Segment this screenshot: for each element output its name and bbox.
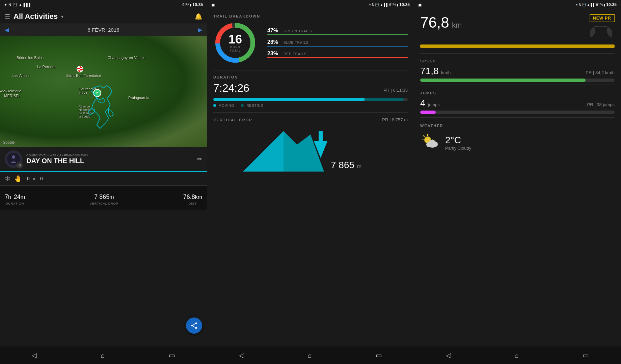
stats-row: ❄ 🤚 0 ▪ 0 (0, 172, 207, 186)
next-date-arrow[interactable]: ▶ (198, 27, 202, 33)
jumps-row: 4 jumps PR | 38 jumps (420, 98, 615, 109)
blue-trail-percent: 28% (267, 39, 280, 45)
jumps-progress-bar (420, 111, 615, 114)
date-navigation: ◀ 6 FÉVR. 2016 ▶ (0, 24, 207, 36)
svg-line-21 (423, 135, 425, 137)
trail-stats: 47% GREEN TRAILS 28% BLUE TRAILS (267, 28, 408, 58)
duration-section: DURATION 7:24:26 PR | 6:11:35 MOVING RES… (207, 70, 414, 112)
screenshot-icon-3: ▣ (418, 3, 422, 7)
recent-apps-button-3[interactable]: ▭ (583, 351, 589, 359)
red-trail-row: 23% RED TRAILS (267, 51, 408, 58)
header-left: ☰ All Activities ▾ (5, 12, 63, 21)
green-trail-col: 47% GREEN TRAILS (267, 28, 408, 35)
jumps-value-block: 4 jumps (420, 98, 440, 109)
snow-icon: ❄ (5, 175, 10, 183)
nfc-icon-2: N (372, 3, 374, 7)
stat-count-1: 0 (27, 176, 30, 181)
status-icons: ✦ N 📳 ▲ ▌▌▌ (4, 3, 31, 7)
avatar: ⚙ (5, 150, 22, 168)
map-view[interactable]: Brides-les-Bains Champagny-en-Vanois La … (0, 36, 207, 147)
navigation-bar-3: ◁ ⌂ ▭ (414, 346, 621, 364)
vertical-drop-stat: 7 865m VERTICAL DROP (90, 190, 118, 205)
back-button-3[interactable]: ◁ (446, 351, 451, 359)
speed-value-block: 71,8 km/h (420, 66, 451, 77)
weather-info: 2°C Partly Cloudy (445, 135, 471, 151)
activity-name: DAY ON THE HILL (26, 157, 193, 165)
panel-activities: ✦ N 📳 ▲ ▌▌▌ 91% ▮ 10:35 ☰ All Activities… (0, 0, 207, 364)
signal-icon: ▌▌▌ (24, 3, 31, 7)
home-button-3[interactable]: ⌂ (515, 352, 519, 359)
map-terrain: Brides-les-Bains Champagny-en-Vanois La … (0, 36, 207, 147)
duration-main-row: 7:24:26 PR | 6:11:35 (213, 82, 408, 94)
vibrate-icon: 📳 (12, 3, 17, 7)
bluetooth-icon: ✦ (4, 3, 7, 7)
distance-stat: 76.8km DIST (183, 190, 202, 205)
green-trail-row: 47% GREEN TRAILS (267, 28, 408, 35)
recent-apps-button[interactable]: ▭ (169, 351, 175, 359)
route-overlay (0, 36, 207, 147)
chevron-down-icon[interactable]: ▾ (61, 14, 63, 19)
speed-row: 71,8 km/h PR | 84,2 km/h (420, 66, 615, 77)
weather-section: WEATHER (414, 118, 621, 156)
notification-bell-icon[interactable]: 🔔 (195, 13, 202, 20)
home-button-2[interactable]: ⌂ (308, 352, 312, 359)
duration-time-value: 7:24:26 (213, 82, 249, 94)
battery-block: 91% ▮ 10:35 (182, 2, 203, 7)
navigation-bar-2: ◁ ⌂ ▭ (207, 346, 414, 364)
bottom-stats: 7h 24m DURATION 7 865m VERTICAL DROP 76.… (0, 186, 207, 210)
share-button[interactable] (186, 317, 202, 334)
activity-bar: ⚙ COURCHEVEL-LA TANIA • FRANCOIS AVRIL D… (0, 147, 207, 172)
nfc-icon-3: N (579, 3, 581, 7)
donut-chart: 16 RUNS TOTAL (213, 21, 257, 65)
green-trail-label: GREEN TRAILS (284, 29, 408, 33)
gear-icon[interactable]: ⚙ (16, 162, 23, 169)
home-button[interactable]: ⌂ (101, 352, 105, 359)
laurel-wreath-icon (588, 24, 615, 41)
battery-percent-2: 91% (389, 3, 396, 7)
new-pr-badge: NEW PR (590, 14, 615, 22)
speed-unit: km/h (441, 70, 451, 75)
signal-icon-2: ▌▌ (384, 3, 388, 7)
distance-label: DIST (183, 202, 202, 205)
back-button-2[interactable]: ◁ (239, 351, 244, 359)
vertical-drop-section: VERTICAL DROP PR | 8 757 m 7 865 m (207, 113, 414, 184)
speed-pr: PR | 84,2 km/h (586, 70, 615, 75)
svg-line-4 (193, 324, 195, 325)
blue-trail-col: 28% BLUE TRAILS (267, 39, 408, 47)
duration-stat: 7h 24m DURATION (5, 190, 25, 205)
status-icons-3: ▣ (418, 3, 422, 7)
weather-temperature: 2°C (445, 135, 471, 146)
recent-apps-button-2[interactable]: ▭ (376, 351, 382, 359)
duration-value: 7h 24m (5, 190, 25, 201)
vibrate-icon-3: 📳 (582, 3, 586, 7)
distance-block: 76,8 km (420, 14, 462, 31)
bluetooth-icon-2: ✦ (369, 3, 371, 7)
red-trail-line (267, 57, 408, 58)
back-button[interactable]: ◁ (32, 351, 37, 359)
jumps-pr: PR | 38 jumps (587, 102, 615, 107)
edit-icon[interactable]: ✏ (197, 155, 202, 163)
bluetooth-icon-3: ✦ (575, 3, 578, 7)
distance-value: 76.8km (183, 190, 202, 201)
wifi-icon-2: ▲ (380, 3, 383, 7)
panel-trail-details: ▣ ✦ N 📳 ▲ ▌▌ 91% ▮ 10:35 TRAIL BREAKDOWN (207, 0, 414, 364)
vertical-drop-label: VERTICAL DROP (90, 202, 118, 205)
activities-header: ☰ All Activities ▾ 🔔 (0, 9, 207, 24)
weather-title: WEATHER (420, 121, 615, 130)
battery-percent-3: 91% (596, 3, 603, 7)
jumps-section: JUMPS 4 jumps PR | 38 jumps (414, 85, 621, 117)
status-bar: ✦ N 📳 ▲ ▌▌▌ 91% ▮ 10:35 (0, 0, 207, 9)
weather-icon (420, 132, 440, 153)
runs-total-label: RUNS TOTAL (224, 46, 246, 52)
menu-icon[interactable]: ☰ (5, 13, 10, 20)
svg-point-0 (12, 155, 15, 159)
jumps-title: JUMPS (420, 88, 615, 98)
mountain-chart: 7 865 m (213, 124, 408, 178)
prev-date-arrow[interactable]: ◀ (5, 27, 9, 33)
stat-count-2: 0 (40, 176, 43, 181)
blue-trail-line (267, 46, 408, 47)
vd-value-svg: 7 865 (331, 160, 357, 170)
svg-text:7 865 m: 7 865 m (331, 160, 361, 170)
resting-bar (365, 98, 404, 101)
time-display: 10:35 (192, 2, 203, 7)
